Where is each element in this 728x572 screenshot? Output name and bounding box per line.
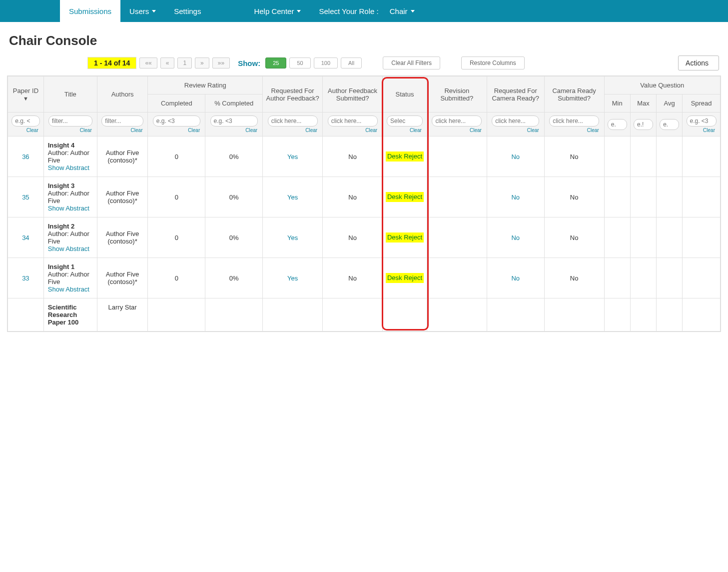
filter-paper-id[interactable]: [11, 116, 39, 126]
page-size-25[interactable]: 25: [265, 58, 286, 68]
col-spread[interactable]: Spread: [683, 94, 721, 112]
col-authors[interactable]: Authors: [97, 76, 148, 112]
header-text: Paper ID: [13, 87, 38, 94]
role-dropdown[interactable]: Chair: [381, 0, 424, 22]
filter-completed[interactable]: [153, 116, 200, 126]
filter-camera-sub[interactable]: [549, 116, 599, 126]
actions-dropdown[interactable]: Actions: [678, 56, 719, 70]
paper-id-link[interactable]: 33: [22, 274, 29, 282]
submissions-table-wrap: Paper ID ▼ Title Authors Review Rating R…: [7, 76, 721, 332]
filter-clear[interactable]: Clear: [489, 128, 542, 133]
authors-cell: Author Five (contoso)*: [97, 177, 148, 218]
req-camera-cell: No: [487, 218, 544, 258]
filter-clear[interactable]: Clear: [325, 128, 380, 133]
show-abstract-link[interactable]: Show Abstract: [48, 286, 89, 293]
filter-authors[interactable]: [101, 116, 143, 126]
filter-status[interactable]: [387, 116, 423, 126]
nav-settings[interactable]: Settings: [165, 0, 210, 22]
filter-clear[interactable]: Clear: [99, 128, 146, 133]
authors-cell: Larry Star: [97, 298, 148, 332]
clear-all-filters-button[interactable]: Clear All Filters: [383, 56, 440, 70]
req-camera-cell: No: [487, 258, 544, 298]
authors-cell: Author Five (contoso)*: [97, 136, 148, 177]
completed-cell: 0: [148, 258, 205, 298]
feedback-sub-cell: No: [323, 218, 383, 258]
filter-req-camera[interactable]: [492, 116, 539, 126]
col-paper-id[interactable]: Paper ID ▼: [8, 76, 44, 112]
pager-page[interactable]: 1: [177, 58, 192, 68]
nav-help-center[interactable]: Help Center: [245, 0, 310, 22]
filter-clear[interactable]: Clear: [150, 128, 203, 133]
show-abstract-link[interactable]: Show Abstract: [48, 204, 89, 212]
show-abstract-link[interactable]: Show Abstract: [48, 164, 89, 172]
actions-label: Actions: [686, 59, 709, 67]
filter-min[interactable]: [608, 119, 627, 130]
filter-max[interactable]: [634, 119, 653, 130]
nav-users[interactable]: Users: [120, 0, 165, 22]
role-value: Chair: [390, 7, 408, 16]
pct-completed-cell: 0%: [205, 177, 263, 218]
avg-cell: [657, 298, 683, 332]
max-cell: [630, 177, 656, 218]
col-revision-submitted[interactable]: Revision Submitted?: [427, 76, 487, 112]
page-size-all[interactable]: All: [341, 58, 362, 68]
filter-title[interactable]: [48, 116, 92, 126]
status-cell: Desk Reject: [383, 136, 427, 177]
col-title[interactable]: Title: [43, 76, 97, 112]
restore-columns-button[interactable]: Restore Columns: [461, 56, 525, 70]
pager-last[interactable]: »»: [212, 58, 230, 68]
req-feedback-cell: [263, 298, 323, 332]
feedback-sub-cell: No: [323, 136, 383, 177]
camera-sub-cell: [544, 298, 604, 332]
filter-req-feedback[interactable]: [268, 116, 318, 126]
status-cell: Desk Reject: [383, 177, 427, 218]
filter-clear[interactable]: Clear: [685, 128, 718, 133]
pager-first[interactable]: ««: [139, 58, 157, 68]
pct-completed-cell: 0%: [205, 136, 263, 177]
col-completed[interactable]: Completed: [148, 94, 205, 112]
filter-pct-completed[interactable]: [210, 116, 258, 126]
nav-submissions[interactable]: Submissions: [60, 0, 120, 22]
filter-spread[interactable]: [687, 116, 717, 126]
paper-id-link[interactable]: 35: [22, 194, 29, 201]
filter-clear[interactable]: Clear: [385, 128, 425, 133]
top-navbar: Submissions Users Settings Help Center S…: [0, 0, 728, 22]
col-req-camera[interactable]: Requested For Camera Ready?: [487, 76, 544, 112]
filter-clear[interactable]: Clear: [10, 128, 41, 133]
min-cell: [604, 218, 630, 258]
pct-completed-cell: 0%: [205, 218, 263, 258]
col-req-feedback[interactable]: Requested For Author Feedback?: [263, 76, 323, 112]
col-avg[interactable]: Avg: [657, 94, 683, 112]
page-title: Chair Console: [9, 33, 728, 48]
col-pct-completed[interactable]: % Completed: [205, 94, 263, 112]
filter-clear[interactable]: Clear: [429, 128, 485, 133]
avg-cell: [657, 218, 683, 258]
col-camera-submitted[interactable]: Camera Ready Submitted?: [544, 76, 604, 112]
req-feedback-cell: Yes: [263, 136, 323, 177]
pager-next[interactable]: »: [195, 58, 209, 68]
filter-feedback-sub[interactable]: [328, 116, 378, 126]
col-min[interactable]: Min: [604, 94, 630, 112]
pager-prev[interactable]: «: [160, 58, 175, 68]
show-label: Show:: [238, 59, 260, 68]
paper-title: Insight 3: [48, 182, 74, 190]
col-status[interactable]: Status: [383, 76, 427, 112]
paper-id-link[interactable]: 36: [22, 153, 29, 160]
avg-cell: [657, 177, 683, 218]
revision-sub-cell: [427, 258, 487, 298]
page-size-100[interactable]: 100: [314, 58, 338, 68]
table-row: 34Insight 2Author: Author FiveShow Abstr…: [8, 218, 721, 258]
revision-sub-cell: [427, 136, 487, 177]
filter-clear[interactable]: Clear: [547, 128, 602, 133]
filter-clear[interactable]: Clear: [265, 128, 320, 133]
sort-down-icon: ▼: [23, 96, 28, 102]
filter-clear[interactable]: Clear: [207, 128, 260, 133]
page-size-50[interactable]: 50: [289, 58, 310, 68]
show-abstract-link[interactable]: Show Abstract: [48, 245, 89, 252]
col-feedback-submitted[interactable]: Author Feedback Submitted?: [323, 76, 383, 112]
paper-id-link[interactable]: 34: [22, 234, 29, 242]
filter-clear[interactable]: Clear: [46, 128, 95, 133]
filter-revision-sub[interactable]: [432, 116, 482, 126]
filter-avg[interactable]: [660, 119, 679, 130]
col-max[interactable]: Max: [630, 94, 656, 112]
